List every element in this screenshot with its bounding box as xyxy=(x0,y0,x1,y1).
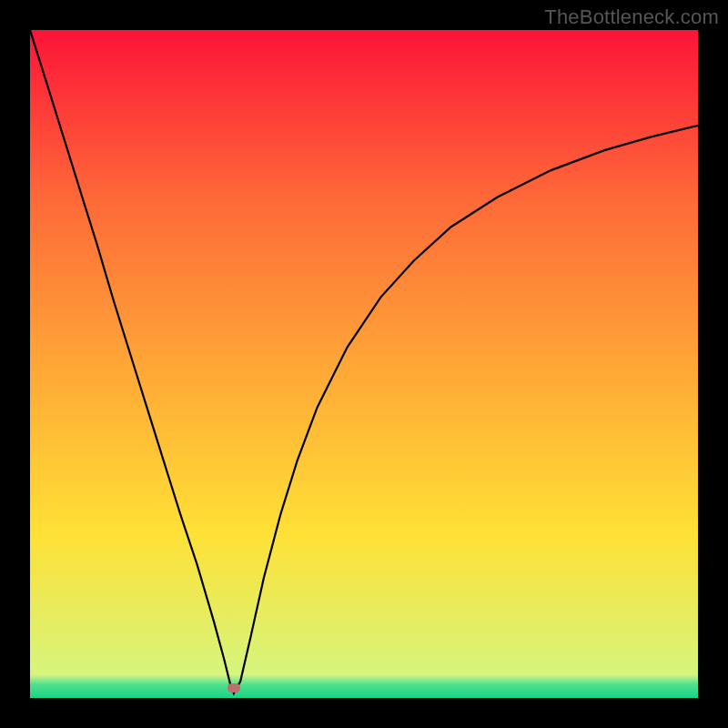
bottleneck-curve xyxy=(30,30,698,693)
watermark-text: TheBottleneck.com xyxy=(544,5,719,29)
minimum-marker xyxy=(228,683,240,693)
chart-frame: TheBottleneck.com xyxy=(0,0,728,728)
curve-layer xyxy=(30,30,698,698)
plot-area xyxy=(30,30,698,698)
